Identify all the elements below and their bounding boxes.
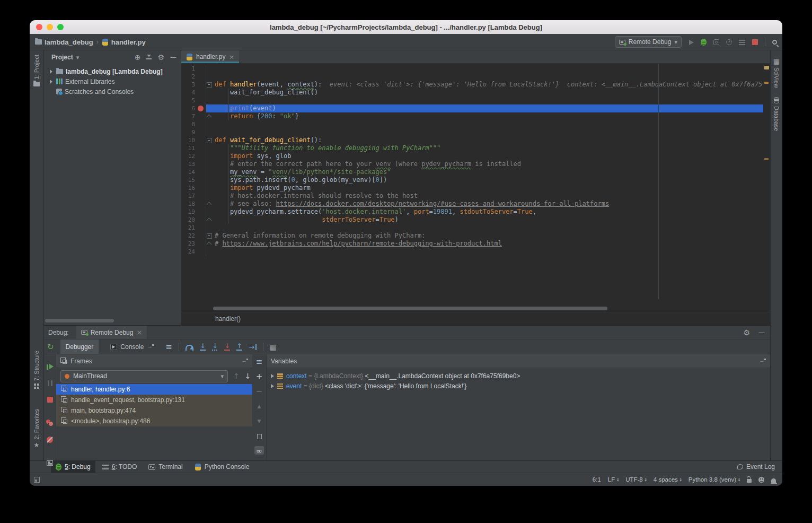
code-line-7[interactable]: 7 return {200: "ok"} — [181, 112, 763, 120]
collapse-all-icon[interactable] — [146, 55, 152, 60]
line-number[interactable]: 13 — [181, 160, 196, 168]
frame-row[interactable]: main, bootstrap.py:474 — [56, 405, 252, 416]
tool-window-stripe-database[interactable]: Database — [771, 97, 782, 131]
settings-menu-button[interactable]: ≡ — [256, 357, 263, 367]
locate-icon[interactable]: ⊕ — [135, 54, 141, 61]
search-everywhere-button[interactable] — [772, 37, 777, 47]
expand-arrow-icon[interactable] — [271, 384, 274, 388]
status-hector-button[interactable] — [758, 476, 764, 483]
breakpoint-gutter[interactable] — [196, 81, 206, 89]
code-line-19[interactable]: 19 pydevd_pycharm.settrace('host.docker.… — [181, 208, 763, 216]
line-number[interactable]: 3 — [181, 81, 196, 89]
project-tree-item[interactable]: Scratches and Consoles — [44, 86, 181, 97]
minimize-window-button[interactable] — [47, 24, 53, 30]
code-line-14[interactable]: 14 my_venv = "venv/lib/python*/site-pack… — [181, 168, 763, 176]
frame-row[interactable]: handle_event_request, bootstrap.py:131 — [56, 395, 252, 405]
fold-gutter[interactable] — [206, 81, 213, 89]
code-line-13[interactable]: 13 # enter the correct path here to your… — [181, 160, 763, 168]
fold-end-icon[interactable] — [207, 218, 212, 223]
editor-horizontal-scrollbar[interactable] — [213, 307, 607, 310]
code-line-4[interactable]: 4 wait_for_debug_client() — [181, 89, 763, 97]
breakpoint-gutter[interactable] — [196, 112, 206, 120]
fold-gutter[interactable] — [206, 168, 213, 176]
fold-gutter[interactable] — [206, 73, 213, 81]
breadcrumb-item[interactable]: lambda_debug — [35, 38, 93, 46]
line-number[interactable]: 11 — [181, 144, 196, 152]
line-number[interactable]: 5 — [181, 97, 196, 104]
code-line-3[interactable]: 3def handler(event, context): event: <cl… — [181, 81, 763, 89]
editor-tab-handler-py[interactable]: handler.py × — [181, 50, 239, 63]
debug-button[interactable] — [701, 37, 707, 47]
line-number[interactable]: 15 — [181, 176, 196, 184]
show-watches-toggle[interactable]: ∞ — [254, 446, 264, 455]
tool-window-stripe--structure[interactable]: 7: Structure — [30, 351, 43, 389]
step-into-button[interactable]: ↓ — [200, 343, 206, 351]
project-horizontal-scrollbar[interactable] — [45, 319, 114, 322]
status-caret-position[interactable]: 6:1 — [593, 476, 601, 483]
code-line-9[interactable]: 9 — [181, 128, 763, 136]
fold-gutter[interactable] — [206, 192, 213, 200]
line-number[interactable]: 24 — [181, 248, 196, 256]
move-panel-icon[interactable] — [241, 359, 248, 364]
remove-watch-button[interactable]: − — [256, 387, 263, 396]
code-line-18[interactable]: 18 # see also: https://docs.docker.com/d… — [181, 200, 763, 208]
close-icon[interactable]: × — [136, 329, 142, 336]
error-stripe-mark[interactable] — [764, 82, 769, 84]
fold-gutter[interactable] — [206, 184, 213, 192]
line-number[interactable]: 10 — [181, 136, 196, 144]
fold-gutter[interactable] — [206, 160, 213, 168]
run-with-coverage-button[interactable] — [713, 37, 719, 47]
fold-end-icon[interactable] — [207, 115, 212, 120]
code-line-5[interactable]: 5 — [181, 97, 763, 104]
breakpoint-gutter[interactable] — [196, 192, 206, 200]
breakpoint-gutter[interactable] — [196, 200, 206, 208]
hide-icon[interactable]: — — [170, 54, 176, 60]
fold-gutter[interactable] — [206, 232, 213, 240]
expand-arrow-icon[interactable] — [50, 80, 52, 84]
breadcrumb-item[interactable]: handler.py — [102, 38, 146, 46]
fold-gutter[interactable] — [206, 89, 213, 97]
previous-frame-icon[interactable]: ↑ — [233, 372, 240, 380]
move-panel-icon[interactable] — [759, 359, 766, 364]
line-number[interactable]: 23 — [181, 240, 196, 248]
breakpoint-gutter[interactable] — [196, 97, 206, 104]
line-number[interactable]: 22 — [181, 232, 196, 240]
fold-gutter[interactable] — [206, 112, 213, 120]
fold-gutter[interactable] — [206, 120, 213, 128]
move-down-button[interactable]: ▼ — [258, 416, 261, 426]
mute-bp-button[interactable] — [47, 434, 53, 444]
fold-collapse-icon[interactable] — [207, 233, 212, 239]
tool-window-button--todo[interactable]: 6: TODO — [98, 461, 142, 473]
breakpoint-gutter[interactable] — [196, 184, 206, 192]
fold-gutter[interactable] — [206, 216, 213, 224]
zoom-window-button[interactable] — [57, 24, 64, 30]
code-line-20[interactable]: 20 stderrToServer=True) — [181, 216, 763, 224]
fold-collapse-icon[interactable] — [207, 138, 212, 143]
breakpoint-gutter[interactable] — [196, 224, 206, 232]
fold-gutter[interactable] — [206, 97, 213, 104]
frame-row[interactable]: handler, handler.py:6 — [56, 384, 252, 395]
code-line-23[interactable]: 23# https://www.jetbrains.com/help/pycha… — [181, 240, 763, 248]
code-line-21[interactable]: 21 — [181, 224, 763, 232]
line-number[interactable]: 14 — [181, 168, 196, 176]
status-lock-button[interactable] — [747, 476, 752, 483]
line-number[interactable]: 19 — [181, 208, 196, 216]
stop-button[interactable] — [47, 395, 53, 404]
expand-arrow-icon[interactable] — [50, 69, 52, 74]
code-line-24[interactable]: 24 — [181, 248, 763, 256]
tool-window-stripe-sciview[interactable]: ▦SciView — [771, 58, 782, 88]
duplicate-watch-button[interactable] — [257, 431, 262, 441]
next-frame-icon[interactable]: ↓ — [245, 372, 251, 380]
close-icon[interactable]: × — [228, 54, 234, 60]
line-number[interactable]: 16 — [181, 184, 196, 192]
status-bell-button[interactable] — [771, 476, 776, 483]
fold-gutter[interactable] — [206, 144, 213, 152]
code-line-2[interactable]: 2 — [181, 73, 763, 81]
status-encoding[interactable]: UTF-8▴▾ — [625, 476, 647, 483]
line-number[interactable]: 4 — [181, 89, 196, 97]
run-to-cursor-button[interactable]: → — [249, 342, 257, 352]
code-line-17[interactable]: 17 # host.docker.internal should resolve… — [181, 192, 763, 200]
line-number[interactable]: 18 — [181, 200, 196, 208]
code-line-1[interactable]: 1 — [181, 65, 763, 73]
breakpoint-gutter[interactable] — [196, 248, 206, 256]
